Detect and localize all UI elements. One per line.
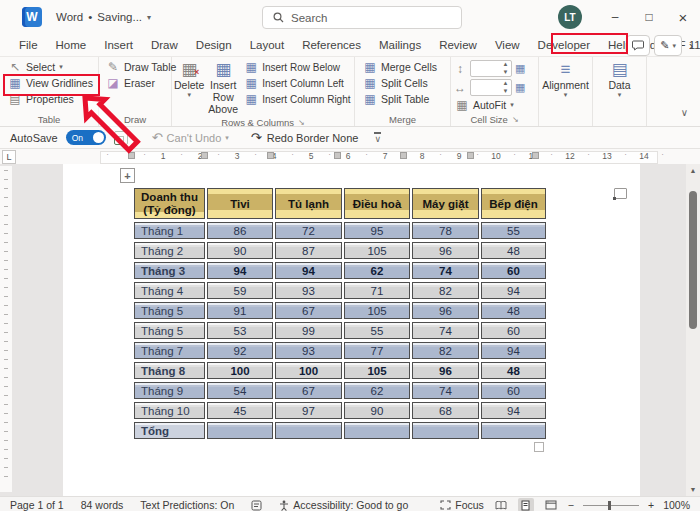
distribute-columns-icon[interactable]: ▦ <box>515 81 525 94</box>
row-height-up[interactable]: ▲ <box>501 61 510 68</box>
text-predictions[interactable]: Text Predictions: On <box>140 499 234 511</box>
table-value-cell[interactable]: 86 <box>207 222 273 239</box>
menu-tab-review[interactable]: Review <box>430 36 486 56</box>
zoom-out-button[interactable]: − <box>568 499 574 511</box>
table-header-cell[interactable]: Tivi <box>207 188 273 219</box>
table-value-cell[interactable] <box>275 422 342 439</box>
table-row-label-cell[interactable]: Tháng 7 <box>134 342 205 359</box>
table-value-cell[interactable]: 94 <box>481 402 546 419</box>
editing-mode-button[interactable]: ✎ ▾ <box>654 35 682 56</box>
menu-tab-view[interactable]: View <box>486 36 529 56</box>
table-value-cell[interactable]: 55 <box>481 222 546 239</box>
avatar[interactable]: LT <box>558 5 582 29</box>
ruler-column-marker[interactable] <box>400 152 407 159</box>
eraser-button[interactable]: ◪ Eraser <box>102 75 180 91</box>
read-mode-button[interactable] <box>493 498 509 511</box>
menu-tab-references[interactable]: References <box>293 36 370 56</box>
table-header-cell[interactable]: Doanh thu (Tỷ đồng) <box>134 188 205 219</box>
table-value-cell[interactable]: 60 <box>481 322 546 339</box>
table-row-label-cell[interactable]: Tháng 1 <box>134 222 205 239</box>
rows-columns-dialog-launcher[interactable]: ↘ <box>298 118 305 127</box>
table-value-cell[interactable]: 91 <box>207 302 273 319</box>
table-value-cell[interactable]: 97 <box>275 402 342 419</box>
cell-size-dialog-launcher[interactable]: ↘ <box>512 115 519 124</box>
web-layout-button[interactable] <box>543 498 559 511</box>
maximize-button[interactable]: □ <box>632 0 666 34</box>
table-value-cell[interactable]: 94 <box>275 262 342 279</box>
table-value-cell[interactable]: 94 <box>481 282 546 299</box>
zoom-slider[interactable] <box>583 500 639 510</box>
table-value-cell[interactable]: 67 <box>275 382 342 399</box>
table-value-cell[interactable]: 105 <box>344 302 410 319</box>
table-header-cell[interactable]: Tủ lạnh <box>275 188 342 219</box>
table-value-cell[interactable]: 60 <box>481 382 546 399</box>
table-value-cell[interactable]: 62 <box>344 262 410 279</box>
minimize-button[interactable]: – <box>598 0 632 34</box>
table-header-cell[interactable]: Bếp điện <box>481 188 546 219</box>
table-row-label-cell[interactable]: Tháng 8 <box>134 362 205 379</box>
table-value-cell[interactable]: 67 <box>275 302 342 319</box>
table-header-cell[interactable]: Điều hoà <box>344 188 410 219</box>
table-row-label-cell[interactable]: Tháng 10 <box>134 402 205 419</box>
editor-icon[interactable] <box>251 500 262 511</box>
zoom-level[interactable]: 100% <box>663 499 690 511</box>
tab-selector[interactable]: L <box>2 150 16 164</box>
table-row-label-cell[interactable]: Tháng 5 <box>134 302 205 319</box>
table-value-cell[interactable]: 48 <box>481 362 546 379</box>
table-value-cell[interactable] <box>481 422 546 439</box>
merge-cells-button[interactable]: ▦ Merge Cells <box>359 59 441 75</box>
menu-tab-draw[interactable]: Draw <box>142 36 187 56</box>
zoom-slider-thumb[interactable] <box>608 501 611 510</box>
data-button[interactable]: ▤ Data ▾ <box>606 59 632 126</box>
column-width-input[interactable]: ▲ ▼ <box>470 79 512 96</box>
ruler-column-marker[interactable] <box>267 152 274 159</box>
delete-button[interactable]: ▦× Delete ▾ <box>172 59 206 117</box>
table-value-cell[interactable]: 72 <box>275 222 342 239</box>
comments-button[interactable] <box>626 35 650 56</box>
split-cells-button[interactable]: ▦ Split Cells <box>359 75 441 91</box>
menu-tab-layout[interactable]: Layout <box>241 36 294 56</box>
table-value-cell[interactable]: 45 <box>207 402 273 419</box>
collapse-ribbon-icon[interactable]: ∨ <box>681 107 688 118</box>
table-value-cell[interactable]: 93 <box>275 342 342 359</box>
row-height-down[interactable]: ▼ <box>501 69 510 76</box>
table-value-cell[interactable]: 60 <box>481 262 546 279</box>
autofit-button[interactable]: ▦ AutoFit ▾ <box>451 97 538 113</box>
ruler-column-marker[interactable] <box>532 152 539 159</box>
table-row-label-cell[interactable]: Tháng 5 <box>134 322 205 339</box>
table-resize-handle[interactable] <box>534 442 544 452</box>
table-row-label-cell[interactable]: Tháng 2 <box>134 242 205 259</box>
menu-tab-home[interactable]: Home <box>47 36 96 56</box>
insert-row-above-button[interactable]: ▦ Insert Row Above <box>206 59 240 117</box>
table-value-cell[interactable]: 48 <box>481 242 546 259</box>
table-value-cell[interactable]: 54 <box>207 382 273 399</box>
show-more-button[interactable]: › <box>686 39 696 53</box>
search-input[interactable]: Search <box>262 6 462 29</box>
document-page[interactable]: + Doanh thu (Tỷ đồng)TiviTủ lạnhĐiều hoà… <box>63 164 640 496</box>
table-value-cell[interactable]: 95 <box>344 222 410 239</box>
word-count[interactable]: 84 words <box>81 499 124 511</box>
table-row-label-cell[interactable]: Tháng 3 <box>134 262 205 279</box>
table-value-cell[interactable]: 74 <box>412 262 479 279</box>
alignment-button[interactable]: ≡ Alignment ▾ <box>540 59 591 126</box>
menu-tab-mailings[interactable]: Mailings <box>370 36 430 56</box>
table-value-cell[interactable]: 82 <box>412 282 479 299</box>
table-value-cell[interactable]: 68 <box>412 402 479 419</box>
table-value-cell[interactable]: 74 <box>412 382 479 399</box>
table-value-cell[interactable]: 94 <box>481 342 546 359</box>
split-table-button[interactable]: ▦ Split Table <box>359 91 441 107</box>
column-width-up[interactable]: ▲ <box>501 80 510 87</box>
redo-button[interactable]: ↷ Redo Border None <box>251 131 359 144</box>
draw-table-button[interactable]: ✎ Draw Table <box>102 59 180 75</box>
table-value-cell[interactable]: 62 <box>344 382 410 399</box>
close-button[interactable]: × <box>666 0 700 34</box>
ruler-column-marker[interactable] <box>201 152 208 159</box>
table-value-cell[interactable]: 105 <box>344 362 410 379</box>
select-button[interactable]: ↖ Select ▾ <box>4 59 97 75</box>
table-value-cell[interactable]: 96 <box>412 242 479 259</box>
table-value-cell[interactable]: 53 <box>207 322 273 339</box>
table-row-label-cell[interactable]: Tổng <box>134 422 205 439</box>
table-value-cell[interactable]: 93 <box>275 282 342 299</box>
focus-button[interactable]: Focus <box>440 499 484 511</box>
page-count[interactable]: Page 1 of 1 <box>10 499 64 511</box>
